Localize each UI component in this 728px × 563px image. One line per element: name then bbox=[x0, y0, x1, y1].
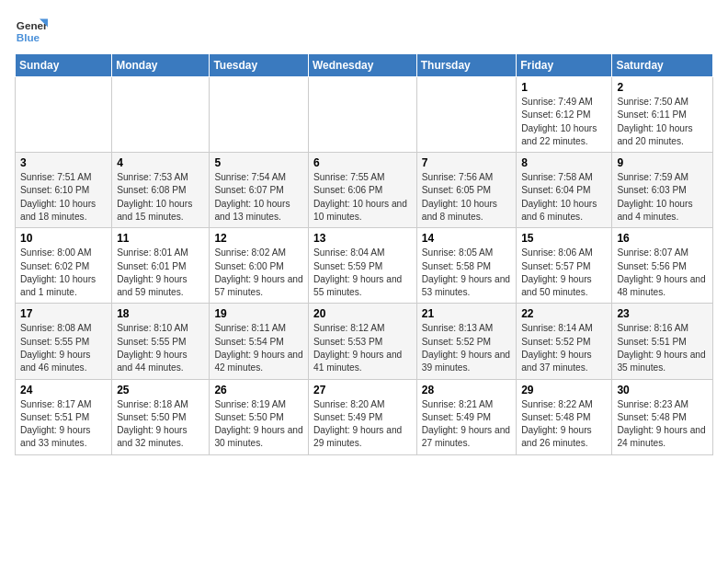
calendar-cell: 27Sunrise: 8:20 AM Sunset: 5:49 PM Dayli… bbox=[309, 379, 417, 454]
calendar-header-saturday: Saturday bbox=[612, 54, 713, 77]
day-number: 29 bbox=[521, 384, 607, 396]
calendar-cell: 20Sunrise: 8:12 AM Sunset: 5:53 PM Dayli… bbox=[309, 304, 417, 379]
calendar-cell: 29Sunrise: 8:22 AM Sunset: 5:48 PM Dayli… bbox=[517, 379, 612, 454]
calendar-cell: 12Sunrise: 8:02 AM Sunset: 6:00 PM Dayli… bbox=[210, 228, 309, 304]
day-number: 28 bbox=[422, 384, 511, 396]
calendar-cell: 11Sunrise: 8:01 AM Sunset: 6:01 PM Dayli… bbox=[112, 228, 210, 304]
day-info: Sunrise: 8:17 AM Sunset: 5:51 PM Dayligh… bbox=[20, 398, 107, 451]
calendar-cell: 18Sunrise: 8:10 AM Sunset: 5:55 PM Dayli… bbox=[112, 304, 210, 379]
calendar-cell: 28Sunrise: 8:21 AM Sunset: 5:49 PM Dayli… bbox=[416, 379, 516, 454]
day-info: Sunrise: 8:21 AM Sunset: 5:49 PM Dayligh… bbox=[422, 398, 511, 451]
calendar-cell: 5Sunrise: 7:54 AM Sunset: 6:07 PM Daylig… bbox=[210, 153, 309, 228]
day-number: 6 bbox=[313, 156, 412, 169]
calendar-cell bbox=[16, 77, 112, 153]
day-number: 15 bbox=[521, 232, 607, 245]
calendar-cell: 3Sunrise: 7:51 AM Sunset: 6:10 PM Daylig… bbox=[16, 153, 112, 228]
day-info: Sunrise: 8:05 AM Sunset: 5:58 PM Dayligh… bbox=[422, 247, 511, 299]
day-info: Sunrise: 7:58 AM Sunset: 6:04 PM Dayligh… bbox=[521, 171, 607, 224]
calendar-cell: 26Sunrise: 8:19 AM Sunset: 5:50 PM Dayli… bbox=[210, 379, 309, 454]
day-number: 11 bbox=[117, 232, 204, 245]
day-info: Sunrise: 8:18 AM Sunset: 5:50 PM Dayligh… bbox=[117, 398, 204, 451]
day-info: Sunrise: 8:12 AM Sunset: 5:53 PM Dayligh… bbox=[313, 322, 412, 374]
day-number: 16 bbox=[617, 232, 708, 245]
calendar-cell: 6Sunrise: 7:55 AM Sunset: 6:06 PM Daylig… bbox=[309, 153, 417, 228]
calendar-header-monday: Monday bbox=[112, 54, 210, 77]
day-number: 24 bbox=[20, 384, 107, 396]
day-info: Sunrise: 8:22 AM Sunset: 5:48 PM Dayligh… bbox=[521, 398, 607, 451]
day-info: Sunrise: 7:54 AM Sunset: 6:07 PM Dayligh… bbox=[214, 171, 303, 224]
day-number: 25 bbox=[117, 384, 204, 396]
day-info: Sunrise: 8:16 AM Sunset: 5:51 PM Dayligh… bbox=[617, 322, 708, 374]
day-number: 5 bbox=[214, 156, 303, 169]
day-info: Sunrise: 7:50 AM Sunset: 6:11 PM Dayligh… bbox=[617, 96, 708, 148]
calendar-cell bbox=[416, 77, 516, 153]
calendar-cell: 13Sunrise: 8:04 AM Sunset: 5:59 PM Dayli… bbox=[309, 228, 417, 304]
calendar-cell: 16Sunrise: 8:07 AM Sunset: 5:56 PM Dayli… bbox=[612, 228, 713, 304]
day-number: 21 bbox=[422, 307, 511, 320]
calendar-week-row: 24Sunrise: 8:17 AM Sunset: 5:51 PM Dayli… bbox=[16, 379, 713, 454]
calendar-cell: 25Sunrise: 8:18 AM Sunset: 5:50 PM Dayli… bbox=[112, 379, 210, 454]
day-number: 20 bbox=[313, 307, 412, 320]
calendar-header-wednesday: Wednesday bbox=[309, 54, 417, 77]
day-info: Sunrise: 8:11 AM Sunset: 5:54 PM Dayligh… bbox=[214, 322, 303, 374]
day-info: Sunrise: 8:10 AM Sunset: 5:55 PM Dayligh… bbox=[117, 322, 204, 374]
calendar-header-tuesday: Tuesday bbox=[210, 54, 309, 77]
day-number: 19 bbox=[214, 307, 303, 320]
day-number: 23 bbox=[617, 307, 708, 320]
day-info: Sunrise: 8:13 AM Sunset: 5:52 PM Dayligh… bbox=[422, 322, 511, 374]
day-info: Sunrise: 8:19 AM Sunset: 5:50 PM Dayligh… bbox=[214, 398, 303, 451]
day-info: Sunrise: 8:04 AM Sunset: 5:59 PM Dayligh… bbox=[313, 247, 412, 299]
logo: General Blue bbox=[15, 15, 48, 48]
calendar-cell: 7Sunrise: 7:56 AM Sunset: 6:05 PM Daylig… bbox=[416, 153, 516, 228]
day-number: 9 bbox=[617, 156, 708, 169]
day-info: Sunrise: 7:49 AM Sunset: 6:12 PM Dayligh… bbox=[521, 96, 607, 148]
calendar-cell: 24Sunrise: 8:17 AM Sunset: 5:51 PM Dayli… bbox=[16, 379, 112, 454]
calendar-cell: 2Sunrise: 7:50 AM Sunset: 6:11 PM Daylig… bbox=[612, 77, 713, 153]
day-info: Sunrise: 7:53 AM Sunset: 6:08 PM Dayligh… bbox=[117, 171, 204, 224]
day-number: 4 bbox=[117, 156, 204, 169]
day-number: 17 bbox=[20, 307, 107, 320]
day-info: Sunrise: 8:08 AM Sunset: 5:55 PM Dayligh… bbox=[20, 322, 107, 374]
calendar-week-row: 3Sunrise: 7:51 AM Sunset: 6:10 PM Daylig… bbox=[16, 153, 713, 228]
day-number: 14 bbox=[422, 232, 511, 245]
calendar-header-row: SundayMondayTuesdayWednesdayThursdayFrid… bbox=[16, 54, 713, 77]
calendar-cell: 10Sunrise: 8:00 AM Sunset: 6:02 PM Dayli… bbox=[16, 228, 112, 304]
calendar-week-row: 1Sunrise: 7:49 AM Sunset: 6:12 PM Daylig… bbox=[16, 77, 713, 153]
day-number: 13 bbox=[313, 232, 412, 245]
calendar-cell: 1Sunrise: 7:49 AM Sunset: 6:12 PM Daylig… bbox=[517, 77, 612, 153]
day-info: Sunrise: 8:01 AM Sunset: 6:01 PM Dayligh… bbox=[117, 247, 204, 299]
day-number: 22 bbox=[521, 307, 607, 320]
day-number: 2 bbox=[617, 81, 708, 94]
calendar-cell: 4Sunrise: 7:53 AM Sunset: 6:08 PM Daylig… bbox=[112, 153, 210, 228]
calendar-header-sunday: Sunday bbox=[16, 54, 112, 77]
calendar-cell bbox=[112, 77, 210, 153]
calendar-week-row: 17Sunrise: 8:08 AM Sunset: 5:55 PM Dayli… bbox=[16, 304, 713, 379]
calendar-cell: 23Sunrise: 8:16 AM Sunset: 5:51 PM Dayli… bbox=[612, 304, 713, 379]
calendar-cell: 17Sunrise: 8:08 AM Sunset: 5:55 PM Dayli… bbox=[16, 304, 112, 379]
svg-text:Blue: Blue bbox=[17, 31, 40, 43]
day-number: 12 bbox=[214, 232, 303, 245]
day-info: Sunrise: 8:14 AM Sunset: 5:52 PM Dayligh… bbox=[521, 322, 607, 374]
day-info: Sunrise: 7:56 AM Sunset: 6:05 PM Dayligh… bbox=[422, 171, 511, 224]
calendar-cell: 30Sunrise: 8:23 AM Sunset: 5:48 PM Dayli… bbox=[612, 379, 713, 454]
day-info: Sunrise: 7:51 AM Sunset: 6:10 PM Dayligh… bbox=[20, 171, 107, 224]
calendar-header-thursday: Thursday bbox=[416, 54, 516, 77]
calendar-cell: 9Sunrise: 7:59 AM Sunset: 6:03 PM Daylig… bbox=[612, 153, 713, 228]
calendar-cell bbox=[309, 77, 417, 153]
page-header: General Blue bbox=[15, 15, 713, 48]
day-number: 26 bbox=[214, 384, 303, 396]
calendar-cell: 22Sunrise: 8:14 AM Sunset: 5:52 PM Dayli… bbox=[517, 304, 612, 379]
day-number: 10 bbox=[20, 232, 107, 245]
calendar-cell: 21Sunrise: 8:13 AM Sunset: 5:52 PM Dayli… bbox=[416, 304, 516, 379]
day-info: Sunrise: 8:00 AM Sunset: 6:02 PM Dayligh… bbox=[20, 247, 107, 299]
day-info: Sunrise: 8:07 AM Sunset: 5:56 PM Dayligh… bbox=[617, 247, 708, 299]
day-info: Sunrise: 8:06 AM Sunset: 5:57 PM Dayligh… bbox=[521, 247, 607, 299]
day-info: Sunrise: 8:23 AM Sunset: 5:48 PM Dayligh… bbox=[617, 398, 708, 451]
day-number: 8 bbox=[521, 156, 607, 169]
day-info: Sunrise: 7:59 AM Sunset: 6:03 PM Dayligh… bbox=[617, 171, 708, 224]
day-number: 30 bbox=[617, 384, 708, 396]
day-info: Sunrise: 8:20 AM Sunset: 5:49 PM Dayligh… bbox=[313, 398, 412, 451]
logo-icon: General Blue bbox=[15, 15, 48, 48]
calendar-cell: 15Sunrise: 8:06 AM Sunset: 5:57 PM Dayli… bbox=[517, 228, 612, 304]
calendar-cell: 19Sunrise: 8:11 AM Sunset: 5:54 PM Dayli… bbox=[210, 304, 309, 379]
